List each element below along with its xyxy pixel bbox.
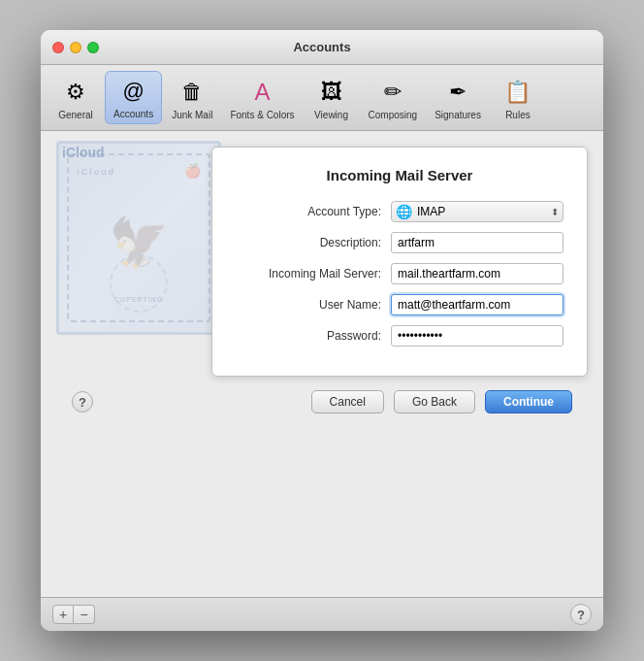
password-row: Password: xyxy=(236,325,564,347)
button-row: ? Cancel Go Back Continue xyxy=(56,377,588,423)
stamp-decoration: iCloud 🦅 CUPERTINO 🍎 xyxy=(56,141,221,335)
accounts-icon: @ xyxy=(118,76,149,107)
password-label: Password: xyxy=(236,329,391,343)
apple-icon: 🍎 xyxy=(184,163,201,179)
traffic-lights xyxy=(52,42,99,53)
toolbar-item-general[interactable]: ⚙ General xyxy=(48,73,103,124)
minimize-button[interactable] xyxy=(70,42,81,53)
description-label: Description: xyxy=(236,236,391,249)
username-row: User Name: xyxy=(236,294,564,315)
description-row: Description: xyxy=(236,232,564,253)
fonts-colors-icon: A xyxy=(246,77,277,108)
composing-icon: ✏ xyxy=(377,77,408,108)
password-input[interactable] xyxy=(391,325,564,347)
toolbar-item-rules[interactable]: 📋 Rules xyxy=(491,73,545,124)
account-type-row: Account Type: 🌐 IMAP ⬍ xyxy=(236,201,564,222)
account-type-select[interactable]: 🌐 IMAP ⬍ xyxy=(391,201,564,222)
account-type-label: Account Type: xyxy=(236,205,391,218)
titlebar: Accounts xyxy=(41,30,603,65)
dialog-title: Incoming Mail Server xyxy=(236,167,564,183)
content-area: iCloud 🦅 CUPERTINO 🍎 iCloud Incoming Mai… xyxy=(41,131,603,597)
toolbar-label-viewing: Viewing xyxy=(314,110,348,120)
viewing-icon: 🖼 xyxy=(316,77,347,108)
globe-icon: 🌐 xyxy=(396,204,411,219)
toolbar-label-general: General xyxy=(58,110,93,120)
bottom-bar: + − ? xyxy=(41,597,603,631)
stamp-cupertino: CUPERTINO xyxy=(114,296,163,303)
incoming-server-input[interactable] xyxy=(391,263,564,284)
icloud-label: iCloud xyxy=(62,145,105,160)
toolbar-label-fonts-colors: Fonts & Colors xyxy=(230,110,294,120)
dialog-panel: Incoming Mail Server Account Type: 🌐 IMA… xyxy=(211,147,588,377)
stamp-inner: iCloud 🦅 CUPERTINO 🍎 xyxy=(67,153,210,323)
toolbar-item-fonts-colors[interactable]: A Fonts & Colors xyxy=(222,73,302,124)
username-input[interactable] xyxy=(391,294,564,315)
toolbar-item-composing[interactable]: ✏ Composing xyxy=(361,73,426,124)
general-icon: ⚙ xyxy=(60,77,91,108)
main-window: Accounts ⚙ General @ Accounts 🗑 Junk Mai… xyxy=(41,30,603,631)
toolbar-item-signatures[interactable]: ✒ Signatures xyxy=(427,73,489,124)
toolbar-label-signatures: Signatures xyxy=(435,110,481,120)
stamp-hello-text: iCloud xyxy=(77,167,115,177)
incoming-server-row: Incoming Mail Server: xyxy=(236,263,564,284)
window-title: Accounts xyxy=(293,40,350,54)
go-back-button[interactable]: Go Back xyxy=(394,390,475,413)
add-account-button[interactable]: + xyxy=(52,605,74,624)
remove-account-button[interactable]: − xyxy=(74,605,95,624)
bottom-help-button[interactable]: ? xyxy=(570,604,592,625)
signatures-icon: ✒ xyxy=(442,77,473,108)
rules-icon: 📋 xyxy=(502,77,533,108)
account-type-value: IMAP xyxy=(417,205,445,218)
toolbar-label-accounts: Accounts xyxy=(113,109,153,119)
select-arrow-icon: ⬍ xyxy=(551,207,559,217)
help-button[interactable]: ? xyxy=(72,391,93,413)
action-buttons: Cancel Go Back Continue xyxy=(311,390,572,413)
add-remove-controls: + − xyxy=(52,605,95,624)
junk-mail-icon: 🗑 xyxy=(177,77,208,108)
toolbar-item-viewing[interactable]: 🖼 Viewing xyxy=(305,73,359,124)
close-button[interactable] xyxy=(52,42,64,53)
continue-button[interactable]: Continue xyxy=(485,390,572,413)
toolbar-label-junk-mail: Junk Mail xyxy=(172,110,212,120)
cancel-button[interactable]: Cancel xyxy=(311,390,384,413)
maximize-button[interactable] xyxy=(87,42,99,53)
toolbar: ⚙ General @ Accounts 🗑 Junk Mail A Fonts… xyxy=(41,65,603,131)
username-label: User Name: xyxy=(236,298,391,312)
toolbar-item-accounts[interactable]: @ Accounts xyxy=(105,71,162,124)
toolbar-item-junk-mail[interactable]: 🗑 Junk Mail xyxy=(164,73,220,124)
toolbar-label-composing: Composing xyxy=(369,110,418,120)
description-input[interactable] xyxy=(391,232,564,253)
stamp-circle xyxy=(110,254,168,313)
toolbar-label-rules: Rules xyxy=(505,110,531,120)
incoming-server-label: Incoming Mail Server: xyxy=(236,267,391,281)
